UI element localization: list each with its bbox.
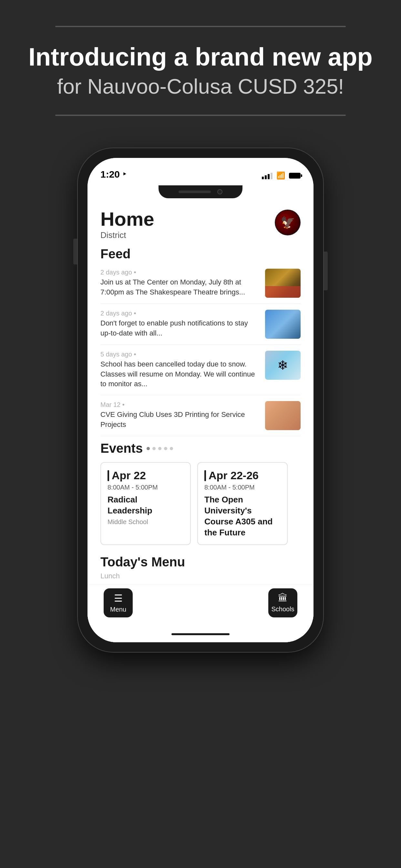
- dot-4[interactable]: [164, 447, 167, 450]
- event-name-1: Radical Leadership: [107, 494, 184, 516]
- app-subtitle: District: [100, 230, 154, 240]
- headline: Introducing a brand new app: [28, 43, 373, 71]
- feed-text-1: 2 days ago • Join us at The Center on Mo…: [100, 269, 258, 298]
- status-bar: 1:20 ‣ 📶: [88, 158, 313, 184]
- location-arrow-icon: ‣: [122, 170, 127, 179]
- schools-icon: 🏛: [278, 593, 288, 603]
- feed-thumb-2: [265, 310, 301, 339]
- event-time-1: 8:00AM - 5:00PM: [107, 484, 184, 491]
- dot-3[interactable]: [158, 447, 161, 450]
- feed-body-4: CVE Giving Club Uses 3D Printing for Ser…: [100, 410, 258, 430]
- nav-item-menu[interactable]: ☰ Menu: [104, 588, 133, 617]
- feed-list: 2 days ago • Join us at The Center on Mo…: [88, 263, 313, 436]
- event-date-bar-2: [204, 470, 206, 481]
- feed-item-2[interactable]: 2 days ago • Don't forget to enable push…: [100, 304, 301, 345]
- avatar-image: 🦅: [275, 210, 300, 235]
- status-time: 1:20 ‣: [100, 169, 127, 180]
- todays-menu-section: Today's Menu Lunch: [88, 552, 313, 582]
- feed-body-1: Join us at The Center on Monday, July 8t…: [100, 277, 258, 298]
- menu-icon: ☰: [114, 593, 123, 604]
- bottom-divider: [55, 115, 346, 116]
- feed-timestamp-1: 2 days ago •: [100, 269, 258, 276]
- dot-2[interactable]: [152, 447, 156, 450]
- top-divider: [55, 26, 346, 27]
- event-time-2: 8:00AM - 5:00PM: [204, 484, 281, 491]
- feed-body-3: School has been cancelled today due to s…: [100, 360, 258, 389]
- event-date-1: Apr 22: [107, 469, 184, 482]
- signal-bar-2: [265, 175, 267, 179]
- app-title-block: Home District: [100, 210, 154, 240]
- dot-1[interactable]: [147, 447, 150, 450]
- wifi-icon: 📶: [276, 172, 285, 180]
- app-header: Home District 🦅: [88, 200, 313, 244]
- battery-icon: [289, 173, 301, 179]
- menu-nav-button[interactable]: ☰ Menu: [104, 588, 133, 617]
- signal-bar-1: [262, 177, 264, 179]
- event-date-bar-1: [107, 470, 109, 481]
- home-bar: [172, 633, 229, 635]
- home-indicator: [88, 626, 313, 642]
- schools-nav-button[interactable]: 🏛 Schools: [268, 588, 297, 617]
- feed-thumb-1: [265, 269, 301, 298]
- app-title: Home: [100, 210, 154, 229]
- feed-thumb-4: [265, 401, 301, 430]
- feed-item-1[interactable]: 2 days ago • Join us at The Center on Mo…: [100, 263, 301, 304]
- feed-timestamp-3: 5 days ago •: [100, 351, 258, 358]
- dot-5[interactable]: [170, 447, 173, 450]
- events-section-label: Events: [100, 441, 143, 456]
- bottom-nav: ☰ Menu 🏛 Schools: [88, 584, 313, 626]
- events-header: Events: [88, 436, 313, 459]
- theatre-image: [265, 269, 301, 298]
- feed-body-2: Don't forget to enable push notification…: [100, 318, 258, 338]
- feed-timestamp-2: 2 days ago •: [100, 310, 258, 317]
- menu-content: Lunch: [100, 572, 301, 580]
- app-content: Home District 🦅 Feed 2 days ago •: [88, 200, 313, 642]
- feed-text-4: Mar 12 • CVE Giving Club Uses 3D Printin…: [100, 401, 258, 430]
- feed-thumb-3: ❄: [265, 351, 301, 380]
- notch-camera: [217, 189, 222, 194]
- event-date-2: Apr 22-26: [204, 469, 281, 482]
- event-location-1: Middle School: [107, 518, 184, 526]
- theatre-seats: [265, 286, 301, 298]
- event-date-text-1: Apr 22: [112, 469, 146, 482]
- subheadline: for Nauvoo-Colusa CUSD 325!: [57, 74, 344, 98]
- event-card-1[interactable]: Apr 22 8:00AM - 5:00PM Radical Leadershi…: [100, 462, 191, 545]
- snow-image: ❄: [265, 351, 301, 380]
- feed-text-3: 5 days ago • School has been cancelled t…: [100, 351, 258, 389]
- events-cards: Apr 22 8:00AM - 5:00PM Radical Leadershi…: [88, 459, 313, 552]
- feed-item-3[interactable]: 5 days ago • School has been cancelled t…: [100, 345, 301, 395]
- event-name-2: The Open University's Course A305 and th…: [204, 494, 281, 538]
- notch-area: [88, 184, 313, 200]
- signal-bar-4: [271, 173, 273, 179]
- feed-item-4[interactable]: Mar 12 • CVE Giving Club Uses 3D Printin…: [100, 395, 301, 436]
- notch-speaker: [179, 190, 211, 193]
- header-section: Introducing a brand new app for Nauvoo-C…: [0, 0, 401, 129]
- phone-image: [265, 310, 301, 339]
- schools-nav-label: Schools: [271, 606, 294, 613]
- time-display: 1:20: [100, 169, 120, 180]
- notch: [158, 185, 243, 198]
- phone-screen: 1:20 ‣ 📶: [88, 158, 313, 642]
- nav-item-schools[interactable]: 🏛 Schools: [268, 588, 297, 617]
- signal-icon: [262, 172, 273, 179]
- feed-timestamp-4: Mar 12 •: [100, 401, 258, 408]
- feed-section-label: Feed: [88, 244, 313, 263]
- phone-mockup: 1:20 ‣ 📶: [78, 148, 323, 652]
- menu-nav-label: Menu: [110, 606, 126, 613]
- event-date-text-2: Apr 22-26: [209, 469, 258, 482]
- feed-text-2: 2 days ago • Don't forget to enable push…: [100, 310, 258, 338]
- status-icons: 📶: [262, 172, 301, 180]
- signal-bar-3: [268, 174, 270, 179]
- phone-outer: 1:20 ‣ 📶: [78, 148, 323, 652]
- avatar[interactable]: 🦅: [275, 210, 301, 236]
- menu-section-label: Today's Menu: [100, 555, 301, 569]
- events-pagination-dots: [147, 447, 173, 450]
- event-card-2[interactable]: Apr 22-26 8:00AM - 5:00PM The Open Unive…: [197, 462, 288, 545]
- art-image: [265, 401, 301, 430]
